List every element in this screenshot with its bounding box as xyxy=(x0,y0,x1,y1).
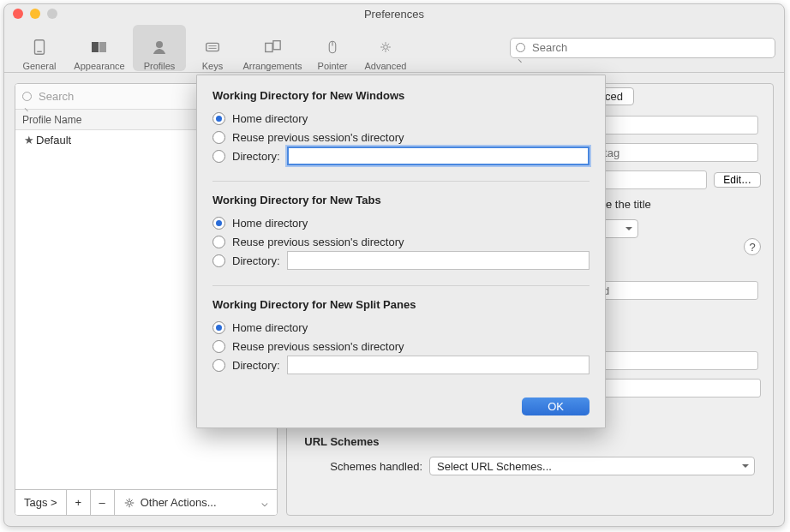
wd-tabs-radio-home[interactable] xyxy=(212,217,225,230)
wd-windows-home-label: Home directory xyxy=(232,112,308,125)
wd-windows-radio-reuse[interactable] xyxy=(212,131,225,144)
title-change-checkbox-label: ange the title xyxy=(587,198,761,211)
star-icon: ★ xyxy=(24,134,36,146)
search-icon xyxy=(22,91,34,103)
wd-panes-dir-input[interactable] xyxy=(287,356,590,374)
wd-tabs-dir-input[interactable] xyxy=(287,251,590,270)
ok-button[interactable]: OK xyxy=(522,398,590,415)
tab-advanced[interactable]: Advanced xyxy=(359,25,412,71)
wd-windows-radio-directory[interactable] xyxy=(212,150,225,163)
wd-panes-title: Working Directory for New Split Panes xyxy=(212,298,590,311)
tags-button[interactable]: Tags > xyxy=(15,490,67,515)
working-directory-sheet: Working Directory for New Windows Home d… xyxy=(196,75,606,428)
wd-tabs-reuse-label: Reuse previous session's directory xyxy=(232,236,404,248)
toolbar-search-input[interactable] xyxy=(532,41,769,54)
pointer-icon xyxy=(320,35,344,59)
wd-panes-home-label: Home directory xyxy=(232,321,308,334)
sidebar-search-placeholder: Search xyxy=(39,90,74,103)
tab-profiles[interactable]: Profiles xyxy=(133,25,186,71)
arrangements-icon xyxy=(260,35,284,59)
wd-panes-radio-reuse[interactable] xyxy=(212,340,225,353)
tab-keys-label: Keys xyxy=(202,61,223,71)
preferences-toolbar: General Appearance Profiles Keys Arrange… xyxy=(4,23,784,73)
svg-rect-9 xyxy=(273,40,280,49)
svg-line-29 xyxy=(131,499,132,500)
tab-profiles-label: Profiles xyxy=(144,61,176,71)
tab-advanced-label: Advanced xyxy=(365,61,407,71)
wd-panes-reuse-label: Reuse previous session's directory xyxy=(232,340,404,353)
tab-arrangements-label: Arrangements xyxy=(242,61,302,71)
wd-tabs-radio-directory[interactable] xyxy=(212,254,225,267)
window-close-button[interactable] xyxy=(13,9,23,19)
svg-rect-5 xyxy=(206,43,219,51)
other-actions-label: Other Actions... xyxy=(141,496,217,509)
svg-rect-1 xyxy=(37,51,42,51)
window-title: Preferences xyxy=(4,8,784,21)
wd-windows-radio-home[interactable] xyxy=(212,112,225,125)
wd-tabs-title: Working Directory for New Tabs xyxy=(212,194,590,206)
tab-pointer[interactable]: Pointer xyxy=(306,25,359,71)
remove-profile-button[interactable]: – xyxy=(91,490,115,515)
chevron-down-icon: ⌵ xyxy=(261,496,268,509)
window-zoom-button[interactable] xyxy=(47,9,57,19)
tab-keys[interactable]: Keys xyxy=(186,25,239,71)
svg-point-12 xyxy=(384,45,388,49)
wd-windows-reuse-label: Reuse previous session's directory xyxy=(232,131,404,144)
profiles-icon xyxy=(147,35,171,59)
svg-rect-6 xyxy=(208,45,216,46)
wd-tabs-radio-reuse[interactable] xyxy=(212,236,225,248)
wd-windows-title: Working Directory for New Windows xyxy=(212,89,590,102)
svg-line-20 xyxy=(387,43,389,45)
tab-general[interactable]: General xyxy=(13,25,66,71)
wd-tabs-dir-label: Directory: xyxy=(232,254,280,267)
svg-line-28 xyxy=(126,505,127,505)
schemes-handled-label: Schemes handled: xyxy=(330,460,422,473)
advanced-gear-icon xyxy=(374,35,398,59)
wd-tabs-home-label: Home directory xyxy=(232,217,308,230)
wd-panes-radio-home[interactable] xyxy=(212,321,225,334)
profile-name: Default xyxy=(36,134,71,146)
svg-line-17 xyxy=(382,43,384,45)
other-actions-dropdown[interactable]: Other Actions... ⌵ xyxy=(115,490,278,515)
tab-general-label: General xyxy=(22,61,56,71)
svg-line-19 xyxy=(382,49,384,51)
general-icon xyxy=(27,35,51,59)
svg-point-4 xyxy=(156,41,163,48)
url-schemes-header: URL Schemes xyxy=(304,435,761,448)
wd-windows-dir-input[interactable] xyxy=(287,146,590,165)
window-minimize-button[interactable] xyxy=(30,9,40,19)
gear-icon xyxy=(123,497,135,509)
svg-rect-7 xyxy=(208,47,216,48)
svg-rect-3 xyxy=(99,42,106,52)
tab-pointer-label: Pointer xyxy=(318,61,348,71)
add-profile-button[interactable]: + xyxy=(67,490,91,515)
svg-rect-2 xyxy=(92,42,99,52)
svg-rect-8 xyxy=(266,43,272,51)
help-button[interactable]: ? xyxy=(744,238,761,255)
keys-icon xyxy=(200,35,224,59)
svg-line-27 xyxy=(131,505,132,505)
schemes-select[interactable]: Select URL Schemes... xyxy=(429,457,755,475)
edit-button[interactable]: Edit… xyxy=(714,172,761,188)
wd-windows-dir-label: Directory: xyxy=(232,150,280,163)
svg-point-21 xyxy=(128,500,131,504)
search-icon xyxy=(516,42,528,54)
toolbar-search[interactable] xyxy=(510,38,775,58)
svg-line-18 xyxy=(387,49,389,51)
wd-panes-radio-directory[interactable] xyxy=(212,359,225,372)
sidebar-bottom-bar: Tags > + – Other Actions... ⌵ xyxy=(15,489,277,515)
wd-panes-dir-label: Directory: xyxy=(232,359,280,372)
svg-line-26 xyxy=(126,499,127,500)
appearance-icon xyxy=(87,35,111,59)
tab-appearance[interactable]: Appearance xyxy=(66,25,133,71)
tab-arrangements[interactable]: Arrangements xyxy=(239,25,306,71)
tab-appearance-label: Appearance xyxy=(74,61,124,71)
